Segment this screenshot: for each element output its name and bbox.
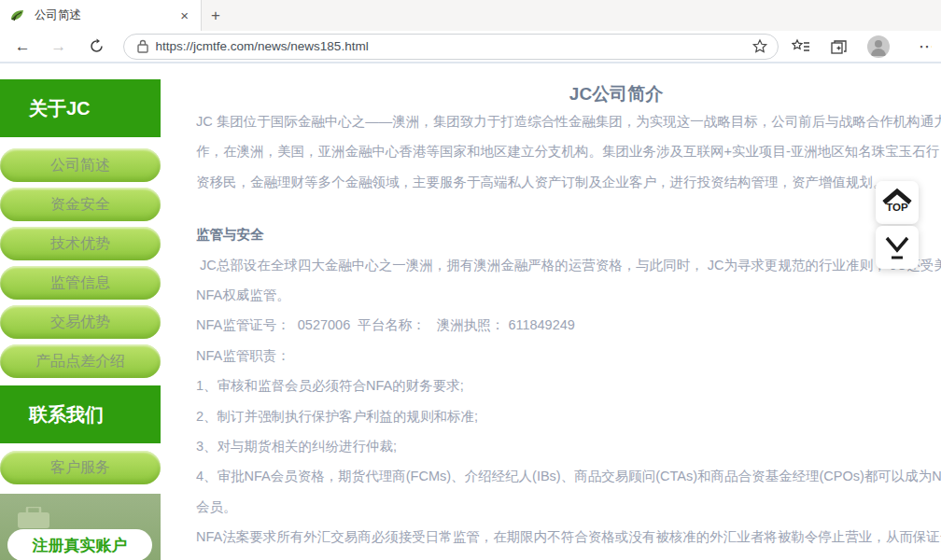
section-heading-regulation: 监管与安全 bbox=[196, 219, 941, 249]
body-line: 3、对与期货相关的纠纷进行仲裁; bbox=[196, 431, 941, 461]
url-text[interactable]: https://jcmtfe.com/news/news185.html bbox=[156, 39, 751, 53]
browser-tab[interactable]: 公司简述 × bbox=[0, 0, 202, 31]
collections-icon[interactable] bbox=[830, 38, 848, 55]
back-button[interactable]: ← bbox=[9, 37, 36, 56]
article-content: JC公司简介 JC 集团位于国际金融中心之——澳洲，集团致力于打造综合性金融集团… bbox=[196, 82, 941, 560]
body-line: NFA法案要求所有外汇交易商必须接受日常监管，在期限内不符合资格或没有被核准的外… bbox=[196, 522, 941, 552]
register-banner: 注册真实账户 bbox=[0, 494, 161, 560]
new-tab-button[interactable]: + bbox=[202, 0, 230, 31]
sidebar-item-fund-safety[interactable]: 资金安全 bbox=[0, 188, 161, 221]
favorites-list-icon[interactable] bbox=[792, 38, 810, 55]
toolbar-right-icons: ⋯ bbox=[792, 35, 932, 58]
browser-toolbar: ← → https://jcmtfe.com/news/news185.html bbox=[0, 31, 941, 63]
body-line: JC总部设在全球四大金融中心之一澳洲，拥有澳洲金融严格的运营资格，与此同时， J… bbox=[196, 250, 941, 280]
sidebar-section-about: 关于JC bbox=[0, 79, 161, 137]
body-line: 1、审核和监督会员必须符合NFA的财务要求; bbox=[196, 371, 941, 400]
profile-avatar[interactable] bbox=[867, 35, 890, 58]
refresh-icon[interactable] bbox=[83, 38, 110, 54]
page-scroll-widgets: TOP bbox=[876, 181, 919, 271]
person-icon bbox=[867, 35, 890, 58]
body-line: 易遵从规范。 bbox=[196, 553, 941, 560]
sidebar-item-trading-advantage[interactable]: 交易优势 bbox=[0, 305, 161, 339]
intro-line: 作，在澳洲，美国，亚洲金融中心香港等国家和地区建立分支机构。集团业务涉及互联网+… bbox=[196, 136, 941, 166]
intro-line: 资移民，金融理财等多个金融领域，主要服务于高端私人资产订制及企业客户，进行投资结… bbox=[196, 167, 941, 197]
tab-close-icon[interactable]: × bbox=[177, 7, 191, 23]
briefcase-icon bbox=[17, 507, 50, 529]
refresh-glyph bbox=[89, 38, 105, 54]
body-line: 4、审批NFA会员资格，期货代理商(FCMs)、介绍经纪人(IBs)、商品交易顾… bbox=[196, 461, 941, 491]
body-line: 2、制订并强制执行保护客户利益的规则和标准; bbox=[196, 401, 941, 431]
sidebar-item-spread-intro[interactable]: 产品点差介绍 bbox=[0, 344, 161, 378]
register-real-account-button[interactable]: 注册真实账户 bbox=[7, 529, 152, 560]
body-line: NFA监管证号： 0527006 平台名称： 澳洲执照： 611849249 bbox=[196, 310, 941, 340]
top-label: TOP bbox=[886, 202, 908, 213]
sidebar-item-company-profile[interactable]: 公司简述 bbox=[0, 148, 161, 182]
page-title: JC公司简介 bbox=[196, 82, 941, 106]
webpage-viewport: 关于JC 公司简述 资金安全 技术优势 监管信息 交易优势 产品点差介绍 联系我… bbox=[0, 63, 941, 560]
sidebar-item-regulation-info[interactable]: 监管信息 bbox=[0, 266, 161, 300]
lock-icon bbox=[137, 39, 148, 53]
tab-title: 公司简述 bbox=[35, 7, 177, 23]
intro-line: JC 集团位于国际金融中心之——澳洲，集团致力于打造综合性金融集团，为实现这一战… bbox=[196, 106, 941, 136]
body-line: NFA监管职责： bbox=[196, 341, 941, 371]
sidebar-section-contact: 联系我们 bbox=[0, 385, 161, 443]
sidebar: 关于JC 公司简述 资金安全 技术优势 监管信息 交易优势 产品点差介绍 联系我… bbox=[0, 79, 161, 560]
browser-tab-bar: 公司简述 × + bbox=[0, 0, 941, 31]
body-line: 会员。 bbox=[196, 492, 941, 522]
chevron-down-icon bbox=[881, 232, 913, 262]
scroll-down-button[interactable] bbox=[876, 226, 919, 269]
site-favicon-icon bbox=[9, 7, 25, 23]
forward-button: → bbox=[46, 37, 73, 56]
add-favorite-star-icon[interactable] bbox=[751, 38, 768, 55]
sidebar-item-tech-advantage[interactable]: 技术优势 bbox=[0, 227, 161, 260]
scroll-to-top-button[interactable]: TOP bbox=[876, 181, 919, 224]
settings-more-icon[interactable]: ⋯ bbox=[919, 36, 932, 57]
address-bar[interactable]: https://jcmtfe.com/news/news185.html bbox=[123, 34, 779, 60]
body-line: NFA权威监管。 bbox=[196, 280, 941, 310]
sidebar-item-customer-service[interactable]: 客户服务 bbox=[0, 451, 161, 484]
chevron-up-icon: TOP bbox=[879, 187, 915, 218]
